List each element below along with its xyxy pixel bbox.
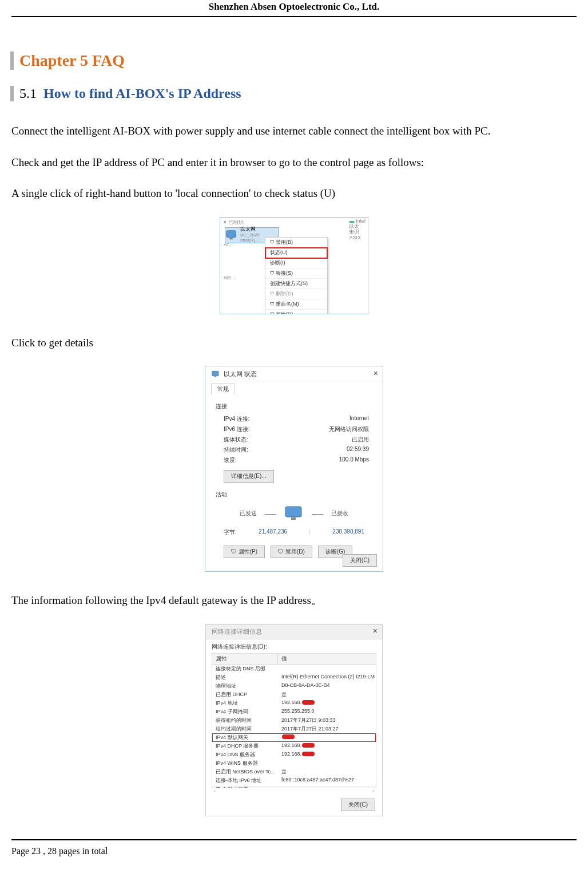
- shot1-right-panel: ▬ Intel 以太 未识 ASIX: [349, 219, 365, 242]
- close-icon[interactable]: ×: [374, 369, 378, 378]
- property-row: 描述Intel(R) Ethernet Connection (2) I219-…: [212, 673, 376, 682]
- row-media: 媒体状态:已启用: [216, 434, 372, 445]
- ctx-properties[interactable]: 属性(R): [265, 310, 327, 314]
- shot1-ar-label: Ar...: [224, 242, 233, 247]
- details-subtitle: 网络连接详细信息(D):: [206, 639, 382, 652]
- dialog-title: 以太网 状态: [224, 370, 257, 378]
- ctx-diagnose[interactable]: 诊断(I): [265, 258, 327, 268]
- activity-graphic: 已发送 —— —— 已接收: [216, 502, 372, 525]
- svg-rect-3: [214, 376, 216, 377]
- disable-button[interactable]: 🛡 禁用(D): [271, 546, 312, 558]
- property-row: IPv4 地址192.168.: [212, 699, 376, 708]
- redaction-mark: [302, 743, 315, 748]
- shot1-net-label: net ...: [224, 275, 237, 281]
- property-row: 物理地址D8-CB-8A-DA-0E-B4: [212, 682, 376, 690]
- svg-rect-1: [229, 238, 232, 239]
- property-row: 已启用 NetBIOS over Tc...是: [212, 768, 376, 776]
- section-title: 5.1 How to find AI-BOX's IP Address: [10, 86, 577, 101]
- monitor-icon: [211, 370, 220, 378]
- paragraph-5: The information following the Ipv4 defau…: [11, 592, 577, 609]
- property-row: 获得租约的时间2017年7月27日 9:03:33: [212, 716, 376, 725]
- activity-section-label: 活动: [216, 491, 372, 499]
- screenshot-details-dialog: 网络连接详细信息 × 网络连接详细信息(D): 属性 值 连接特定的 DNS 后…: [205, 624, 383, 816]
- property-row: 租约过期的时间2017年7月27日 21:03:27: [212, 725, 376, 733]
- horizontal-scrollbar[interactable]: ‹›: [212, 787, 376, 794]
- property-row: 已启用 DHCP是: [212, 690, 376, 699]
- svg-rect-5: [291, 517, 296, 520]
- paragraph-2: Check and get the IP address of PC and e…: [11, 155, 577, 171]
- page-footer: Page 23 , 28 pages in total: [11, 840, 577, 856]
- context-menu: 禁用(B) 状态(U) 诊断(I) 桥接(S) 创建快捷方式(S) 删除(D) …: [265, 237, 328, 314]
- chapter-title: Chapter 5 FAQ: [10, 52, 577, 70]
- properties-button[interactable]: 🛡 属性(P): [224, 546, 265, 558]
- property-row: IPv4 默认网关: [212, 733, 376, 742]
- details-dialog-title: 网络连接详细信息 ×: [206, 625, 382, 639]
- close-icon[interactable]: ×: [373, 626, 378, 635]
- svg-rect-0: [227, 230, 236, 237]
- col-value: 值: [278, 654, 376, 664]
- bytes-row: 字节: 21,487,236 | 238,390,891: [216, 525, 372, 540]
- tab-general[interactable]: 常规: [211, 384, 235, 394]
- dialog-tabs: 常规: [205, 381, 383, 394]
- close-button[interactable]: 关闭(C): [343, 554, 377, 567]
- network-adapter-label: 以太网 BG_2020 Intel(R)...: [240, 227, 260, 244]
- property-row: 连接-本地 IPv6 地址fe80::10c8:a487:ac47:d87d%2…: [212, 776, 376, 785]
- paragraph-3: A single click of right-hand button to '…: [11, 185, 577, 202]
- row-speed: 速度:100.0 Mbps: [216, 455, 372, 465]
- connection-section-label: 连接: [216, 402, 372, 410]
- ctx-bridge[interactable]: 桥接(S): [265, 268, 327, 279]
- monitor-icon: [284, 505, 304, 522]
- paragraph-1: Connect the intelligent AI-BOX with powe…: [11, 123, 577, 140]
- property-row: IPv4 DNS 服务器192.168.: [212, 750, 376, 759]
- dialog-title-bar: 以太网 状态 ×: [205, 366, 383, 381]
- shot1-toolbar: ▾ 已组织: [224, 219, 244, 226]
- screenshot-context-menu: ▾ 已组织 ▬ Intel 以太 未识 ASIX 以太网 BG_2020 Int…: [220, 217, 368, 314]
- header-company: Shenzhen Absen Optoelectronic Co., Ltd.: [11, 0, 577, 16]
- property-row: IPv4 DHCP 服务器192.168.: [212, 742, 376, 750]
- section-number: 5.1: [19, 86, 37, 101]
- details-button[interactable]: 详细信息(E)...: [224, 470, 274, 483]
- section-name: How to find AI-BOX's IP Address: [43, 86, 241, 101]
- property-table: 属性 值 连接特定的 DNS 后缀描述Intel(R) Ethernet Con…: [212, 653, 376, 788]
- property-row: IPv4 WINS 服务器: [212, 759, 376, 768]
- ctx-delete[interactable]: 删除(D): [265, 289, 327, 299]
- col-property: 属性: [212, 654, 278, 664]
- row-ipv6: IPv6 连接:无网络访问权限: [216, 424, 372, 434]
- svg-rect-2: [212, 371, 218, 376]
- redaction-mark: [302, 752, 315, 756]
- property-row: IPv4 子网掩码255.255.255.0: [212, 708, 376, 716]
- ctx-shortcut[interactable]: 创建快捷方式(S): [265, 279, 327, 289]
- close-button[interactable]: 关闭(C): [341, 799, 375, 811]
- screenshot-status-dialog: 以太网 状态 × 常规 连接 IPv4 连接:Internet IPv6 连接:…: [205, 366, 383, 572]
- paragraph-4: Click to get details: [11, 335, 577, 351]
- ctx-rename[interactable]: 重命名(M): [265, 299, 327, 310]
- monitor-icon: [225, 230, 238, 241]
- row-ipv4: IPv4 连接:Internet: [216, 414, 372, 424]
- row-duration: 持续时间:02:59:39: [216, 445, 372, 455]
- header-rule: [11, 16, 577, 17]
- svg-rect-4: [285, 507, 301, 517]
- ctx-disable[interactable]: 禁用(B): [265, 238, 327, 248]
- redaction-mark: [302, 700, 315, 705]
- property-row: 连接特定的 DNS 后缀: [212, 665, 376, 673]
- redaction-mark: [282, 734, 295, 739]
- ctx-status[interactable]: 状态(U): [265, 248, 327, 258]
